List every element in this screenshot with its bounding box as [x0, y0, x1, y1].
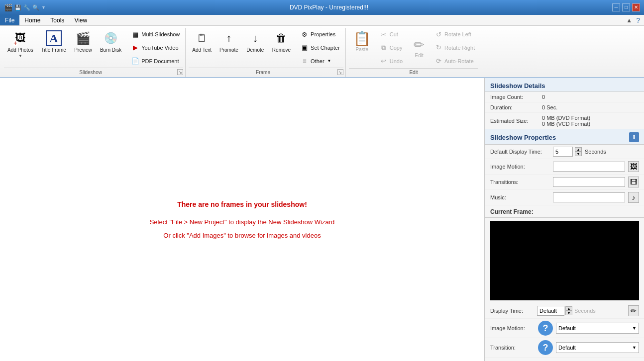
rotate-left-button[interactable]: ↺ Rotate Left — [431, 29, 478, 40]
pdf-document-button[interactable]: 📄 PDF Document — [128, 56, 183, 67]
promote-button[interactable]: ↑ Promote — [216, 28, 242, 56]
maximize-button[interactable]: □ — [622, 3, 630, 11]
app-logo: 🎬 — [4, 3, 12, 11]
frame-preview — [490, 221, 639, 300]
title-frame-button[interactable]: A Title Frame — [38, 28, 70, 56]
image-picker-icon: 🖼 — [630, 163, 637, 171]
close-button[interactable]: ✕ — [632, 3, 640, 11]
display-time-input[interactable] — [553, 147, 573, 157]
current-frame-title: Current Frame: — [485, 205, 644, 218]
burn-disk-button[interactable]: 💿 Burn Disk — [97, 28, 125, 56]
pdf-label: PDF Document — [141, 58, 179, 64]
title-bar: 🎬 💾 🔧 🔍 ▼ DVD PixPlay - Unregistered!!! … — [0, 0, 644, 15]
ribbon: 🖼 + Add Photos ▼ A Title Frame 🎬 Preview… — [0, 26, 644, 78]
frame-display-time-input[interactable] — [537, 306, 564, 316]
menu-view[interactable]: View — [69, 15, 92, 25]
transitions-row: Transitions: 🎞 — [485, 175, 644, 190]
canvas-msg-3: Or click "Add Images" to browse for imag… — [150, 232, 335, 239]
main-area: There are no frames in your slideshow! S… — [0, 78, 644, 361]
set-chapter-button[interactable]: ▣ Set Chapter — [297, 42, 343, 53]
frame-group-label: Frame — [189, 70, 337, 75]
set-chapter-label: Set Chapter — [311, 45, 340, 51]
frame-image-motion-select[interactable]: Default ▼ — [556, 323, 639, 334]
frame-display-time-unit: Seconds — [574, 308, 596, 314]
properties-expand-button[interactable]: ⬆ — [629, 132, 639, 142]
burn-disk-label: Burn Disk — [100, 47, 121, 53]
other-dropdown-icon: ▼ — [327, 59, 331, 63]
menu-home[interactable]: Home — [19, 15, 45, 25]
other-icon: ≡ — [301, 57, 309, 65]
help-expand-icon[interactable]: ▲ — [626, 17, 632, 24]
frame-expand-button[interactable]: ↘ — [337, 69, 343, 75]
frame-display-time-down-button[interactable]: ▼ — [565, 311, 572, 315]
frame-display-time-up-button[interactable]: ▲ — [565, 306, 572, 311]
display-time-down-button[interactable]: ▼ — [575, 152, 582, 156]
estimated-size-label: Estimated Size: — [490, 118, 540, 124]
transitions-picker-icon: 🎞 — [630, 178, 637, 186]
slideshow-group-label: Slideshow — [4, 70, 177, 75]
default-display-time-row: Default Display Time: ▲ ▼ Seconds — [485, 145, 644, 159]
music-row: Music: ♪ — [485, 190, 644, 205]
display-time-up-button[interactable]: ▲ — [575, 147, 582, 152]
paste-label: Paste — [356, 47, 369, 52]
transitions-field — [553, 177, 625, 187]
window-title: DVD PixPlay - Unregistered!!! — [46, 4, 612, 11]
multi-slideshow-button[interactable]: ▦ Multi-Slideshow — [128, 29, 183, 40]
preview-button[interactable]: 🎬 Preview — [71, 28, 96, 56]
right-panel: Slideshow Details Image Count: 0 Duratio… — [485, 78, 644, 361]
add-photos-label: Add Photos — [7, 47, 33, 53]
edit-button[interactable]: ✏ Edit — [409, 35, 429, 61]
multi-slideshow-icon: ▦ — [131, 30, 139, 38]
rotate-right-label: Rotate Right — [444, 45, 475, 51]
cut-button[interactable]: ✂ Cut — [376, 29, 406, 40]
minimize-button[interactable]: ─ — [612, 3, 620, 11]
frame-transition-select[interactable]: Default ▼ — [556, 342, 639, 353]
transitions-picker-button[interactable]: 🎞 — [628, 177, 639, 187]
ribbon-group-edit: 📋 Paste ✂ Cut ⧉ Copy ↩ Undo — [347, 28, 480, 77]
add-photos-button[interactable]: 🖼 + Add Photos ▼ — [4, 28, 37, 61]
music-picker-button[interactable]: ♪ — [628, 192, 639, 203]
add-plus-icon: + — [12, 40, 18, 46]
auto-rotate-button[interactable]: ⟳ Auto-Rotate — [431, 56, 478, 67]
other-button[interactable]: ≡ Other ▼ — [297, 56, 343, 67]
quick-save-icon[interactable]: 💾 — [14, 4, 21, 11]
cut-icon: ✂ — [380, 30, 388, 38]
quick-tools-icon[interactable]: 🔧 — [23, 4, 30, 11]
duration-value: 0 Sec. — [542, 104, 557, 110]
properties-label: Properties — [311, 31, 335, 37]
rotate-right-button[interactable]: ↻ Rotate Right — [431, 42, 478, 53]
frame-transition-row: Transition: ? Default ▼ — [485, 338, 644, 358]
undo-button[interactable]: ↩ Undo — [376, 56, 406, 67]
promote-icon: ↑ — [221, 30, 237, 46]
menu-tools[interactable]: Tools — [45, 15, 69, 25]
menu-bar: File Home Tools View ▲ ? — [0, 15, 644, 26]
canvas-msg-1: There are no frames in your slideshow! — [150, 200, 335, 208]
remove-button[interactable]: 🗑 Remove — [269, 28, 294, 56]
undo-label: Undo — [390, 58, 403, 64]
help-icon[interactable]: ? — [636, 16, 640, 24]
demote-label: Demote — [246, 47, 264, 53]
frame-display-time-edit-button[interactable]: ✏ — [628, 305, 639, 316]
quick-search-icon[interactable]: 🔍 — [32, 4, 39, 11]
estimated-size-dvd: 0 MB (DVD Format) — [542, 115, 590, 121]
copy-button[interactable]: ⧉ Copy — [376, 42, 406, 53]
quick-dropdown-icon[interactable]: ▼ — [41, 5, 46, 10]
youtube-video-button[interactable]: ▶ YouTube Video — [128, 42, 183, 53]
add-text-button[interactable]: 🗒 Add Text — [189, 28, 215, 56]
image-motion-picker-button[interactable]: 🖼 — [628, 161, 639, 172]
estimated-size-row: Estimated Size: 0 MB (DVD Format) 0 MB (… — [485, 113, 644, 129]
slideshow-details-title: Slideshow Details — [485, 78, 644, 92]
slideshow-expand-button[interactable]: ↘ — [177, 69, 183, 75]
image-count-value: 0 — [542, 94, 545, 100]
frame-transition-value: Default — [558, 345, 576, 351]
demote-button[interactable]: ↓ Demote — [243, 28, 268, 56]
frame-image-motion-row: Image Motion: ? Default ▼ — [485, 319, 644, 338]
image-motion-label: Image Motion: — [490, 164, 550, 170]
properties-button[interactable]: ⚙ Properties — [297, 29, 343, 40]
multi-slideshow-label: Multi-Slideshow — [141, 31, 180, 37]
menu-file[interactable]: File — [0, 15, 19, 25]
paste-icon: 📋 — [353, 30, 371, 47]
paste-button[interactable]: 📋 Paste — [349, 28, 375, 55]
undo-icon: ↩ — [380, 57, 388, 65]
copy-label: Copy — [390, 45, 403, 51]
